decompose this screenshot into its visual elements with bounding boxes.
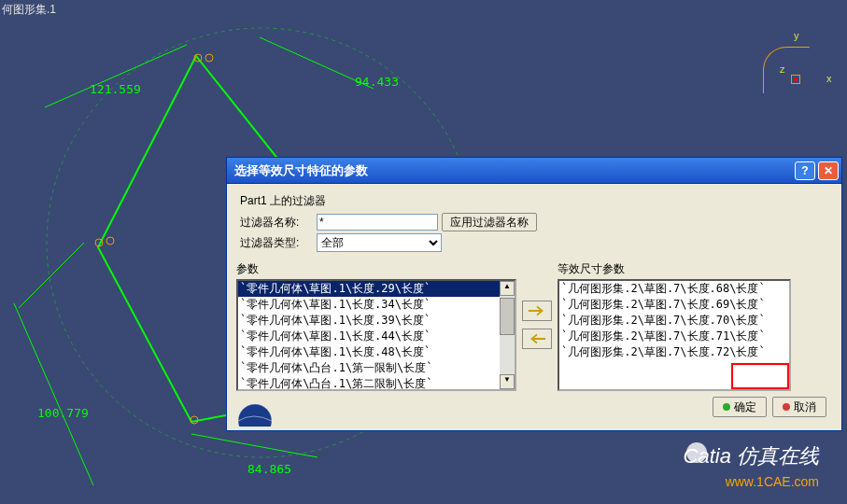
dimension-value: 121.559	[90, 82, 141, 96]
filter-type-label: 过滤器类型:	[240, 235, 313, 251]
dimension-value: 84.865	[247, 462, 291, 476]
equiv-params-listbox[interactable]: `几何图形集.2\草图.7\长度.68\长度``几何图形集.2\草图.7\长度.…	[558, 279, 791, 391]
list-item[interactable]: `零件几何体\草图.1\长度.29\长度`	[238, 281, 515, 297]
listbox-scrollbar[interactable]: ▲ ▼	[500, 281, 515, 389]
arrow-right-icon	[527, 304, 547, 317]
watermark-brand: Catia 仿真在线	[684, 442, 819, 470]
svg-line-4	[19, 243, 84, 308]
view-compass[interactable]: y x z	[754, 19, 828, 93]
svg-line-6	[14, 303, 93, 485]
filter-heading: Part1 上的过滤器	[240, 193, 832, 209]
move-right-button[interactable]	[522, 301, 552, 321]
scroll-thumb[interactable]	[500, 298, 515, 335]
filter-name-input[interactable]	[317, 214, 438, 231]
svg-line-2	[45, 45, 187, 107]
axis-x-label: x	[826, 73, 832, 84]
list-item[interactable]: `零件几何体\凸台.1\第一限制\长度`	[238, 360, 515, 376]
dialog-title: 选择等效尺寸特征的参数	[234, 162, 368, 179]
list-item[interactable]: `零件几何体\草图.1\长度.39\长度`	[238, 313, 515, 329]
list-item[interactable]: `几何图形集.2\草图.7\长度.70\长度`	[559, 313, 789, 329]
watermark-url: www.1CAE.com	[726, 474, 819, 489]
right-list-label: 等效尺寸参数	[558, 261, 791, 277]
help-button[interactable]: ?	[795, 161, 815, 180]
filter-name-label: 过滤器名称:	[240, 215, 313, 231]
list-item[interactable]: `零件几何体\草图.1\长度.44\长度`	[238, 329, 515, 344]
axis-z-label: z	[780, 63, 785, 75]
ok-button[interactable]: 确定	[713, 397, 767, 417]
dialog-titlebar[interactable]: 选择等效尺寸特征的参数 ? ✕	[227, 158, 841, 184]
list-item[interactable]: `几何图形集.2\草图.7\长度.72\长度`	[559, 344, 789, 360]
apply-filter-button[interactable]: 应用过滤器名称	[442, 213, 537, 231]
list-item[interactable]: `零件几何体\草图.1\长度.48\长度`	[238, 344, 515, 360]
list-item[interactable]: `零件几何体\凸台.1\第二限制\长度`	[238, 376, 515, 391]
list-item[interactable]: `零件几何体\草图.1\长度.34\长度`	[238, 297, 515, 313]
svg-point-12	[238, 404, 272, 427]
decoration-icon	[233, 399, 289, 427]
list-item[interactable]: `几何图形集.2\草图.7\长度.69\长度`	[559, 297, 789, 313]
filter-type-select[interactable]: 全部	[317, 233, 442, 252]
parameter-dialog: 选择等效尺寸特征的参数 ? ✕ Part1 上的过滤器 过滤器名称: 应用过滤器…	[226, 157, 842, 431]
list-item[interactable]: `几何图形集.2\草图.7\长度.68\长度`	[559, 281, 789, 297]
svg-point-8	[205, 54, 213, 62]
svg-line-5	[191, 434, 318, 457]
list-item[interactable]: `几何图形集.2\草图.7\长度.71\长度`	[559, 329, 789, 344]
move-left-button[interactable]	[522, 329, 552, 349]
ok-dot-icon	[723, 403, 730, 411]
cancel-dot-icon	[783, 403, 790, 411]
dimension-value: 100.779	[37, 406, 89, 420]
axis-y-label: y	[794, 30, 799, 41]
scroll-up-icon[interactable]: ▲	[500, 281, 515, 296]
cancel-button[interactable]: 取消	[772, 397, 826, 417]
params-listbox[interactable]: `零件几何体\草图.1\长度.29\长度``零件几何体\草图.1\长度.34\长…	[236, 279, 516, 391]
close-button[interactable]: ✕	[818, 161, 839, 180]
arrow-left-icon	[527, 332, 547, 345]
dimension-value: 94.433	[355, 75, 399, 89]
svg-point-10	[106, 237, 114, 245]
left-list-label: 参数	[236, 261, 516, 277]
scroll-down-icon[interactable]: ▼	[500, 374, 515, 389]
